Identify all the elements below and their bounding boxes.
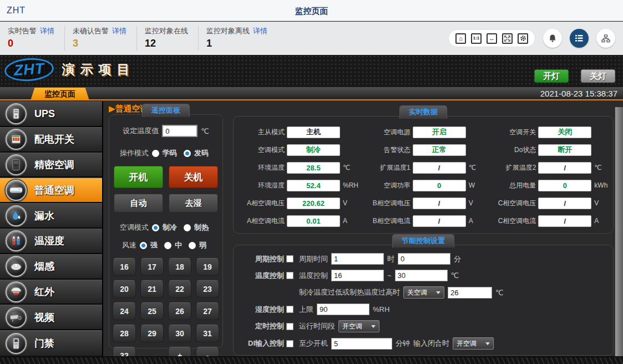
sidebar-item-normal-ac[interactable]: 普通空调 — [0, 178, 102, 203]
temperature-keypad: 16 17 18 19 20 21 22 23 24 25 26 27 28 2… — [109, 258, 222, 364]
radio-fan-high[interactable] — [140, 242, 147, 249]
temp-key[interactable]: 18 — [168, 258, 191, 276]
humidity-control-checkbox[interactable] — [286, 306, 293, 313]
sidebar-item-door-access[interactable]: 门禁 — [0, 330, 102, 356]
tilde-separator: ~ — [387, 271, 392, 280]
realtime-col-1: 主从模式主机 空调模式制冷 环境温度28.5℃ 环境湿度52.4%RH A相空调… — [234, 123, 359, 230]
one-to-one-icon[interactable]: 1:1 — [471, 33, 482, 44]
temp-key[interactable]: 26 — [168, 302, 191, 320]
tab-monitor-page[interactable]: 监控页面 — [31, 88, 89, 100]
main-header: ZHT 演示项目 开灯 关灯 — [0, 55, 623, 87]
di-input-control-checkbox[interactable] — [286, 340, 293, 347]
sidebar-item-precision-ac[interactable]: 精密空调 — [0, 153, 102, 178]
radio-heat[interactable] — [184, 224, 191, 231]
rt-value: 52.4 — [287, 180, 340, 191]
temp-low-input[interactable] — [331, 270, 384, 281]
sidebar-item-water-leak[interactable]: 漏水 — [0, 203, 102, 229]
run-period-select[interactable]: 开空调 — [338, 320, 379, 332]
radio-cool[interactable] — [152, 224, 159, 231]
rt-value: 220.62 — [287, 198, 340, 209]
rt-value: 0 — [413, 180, 466, 191]
timer-control-checkbox[interactable] — [286, 323, 293, 330]
settings-gear-icon[interactable] — [518, 33, 528, 44]
temp-key[interactable]: 24 — [113, 302, 136, 320]
cycle-control-checkbox[interactable] — [286, 255, 293, 262]
stats-bar: 实时告警详情 0 未确认告警详情 3 监控对象在线 12 监控对象离线详情 1 … — [0, 22, 623, 55]
power-off-button[interactable]: 关机 — [169, 166, 218, 188]
stat-objects-online: 监控对象在线 12 — [137, 26, 199, 50]
bottom-texture-strip — [0, 356, 623, 364]
bell-icon[interactable] — [543, 29, 562, 48]
temp-key[interactable]: 29 — [140, 325, 164, 342]
fullscreen-icon[interactable] — [502, 33, 513, 44]
temp-range-unit: ℃ — [451, 271, 459, 280]
infrared-sensor-icon — [6, 281, 27, 302]
auto-button[interactable]: 自动 — [114, 194, 163, 213]
op-mode-label: 操作模式 — [120, 148, 149, 158]
overtemp-value-input[interactable] — [448, 287, 492, 299]
dehumidify-button[interactable]: 去湿 — [169, 194, 218, 213]
topology-icon[interactable] — [596, 29, 615, 48]
min-runtime-input[interactable] — [331, 338, 392, 350]
rt-value: / — [413, 198, 466, 209]
rt-value: 正常 — [413, 144, 466, 156]
thermometer-icon — [6, 230, 27, 251]
cycle-minute-input[interactable] — [398, 253, 450, 265]
stat-value: 12 — [145, 38, 188, 49]
temp-control-label: 温度控制 — [255, 271, 284, 281]
light-on-button[interactable]: 开灯 — [534, 69, 569, 83]
cycle-hour-input[interactable] — [331, 253, 384, 265]
sidebar-item-infrared[interactable]: 红外 — [0, 280, 102, 305]
vertical-scrollbar[interactable] — [615, 107, 623, 356]
temp-key[interactable]: 22 — [168, 280, 191, 298]
rt-value: 制冷 — [287, 144, 340, 156]
overtemp-action-select[interactable]: 关空调 — [403, 286, 444, 299]
set-temp-input[interactable] — [162, 125, 197, 137]
rt-field: 告警状态正常 — [359, 141, 485, 159]
fit-width-icon[interactable]: ↔ — [487, 33, 497, 44]
detail-link[interactable]: 详情 — [40, 27, 54, 35]
radio-learn-code[interactable] — [152, 150, 159, 157]
home-icon[interactable]: ⌂ — [455, 33, 466, 44]
device-list-icon[interactable] — [570, 29, 589, 48]
rt-field: A相空调电流0.01A — [234, 212, 359, 230]
set-temp-unit: ℃ — [201, 127, 209, 135]
humidity-upper-input[interactable] — [317, 304, 369, 315]
sidebar-item-video[interactable]: 视频 — [0, 305, 102, 330]
radio-fan-mid[interactable] — [164, 242, 171, 249]
temp-control-checkbox[interactable] — [286, 272, 293, 279]
rt-field: 总用电量0kWh — [485, 176, 611, 194]
radio-fan-low[interactable] — [189, 242, 196, 249]
radio-send-code[interactable] — [184, 150, 191, 157]
sidebar-item-label: 温湿度 — [34, 234, 64, 247]
temp-key[interactable]: 21 — [140, 280, 164, 298]
temp-key[interactable]: 25 — [140, 302, 164, 320]
temp-key[interactable]: 19 — [196, 258, 219, 276]
temp-key[interactable]: 31 — [196, 325, 219, 342]
temp-key[interactable]: 20 — [113, 280, 136, 298]
temp-key[interactable]: 23 — [196, 280, 219, 298]
temp-key[interactable]: 17 — [140, 258, 164, 276]
sidebar-item-power-switch[interactable]: 配电开关 — [0, 127, 102, 153]
temp-key[interactable]: 16 — [113, 258, 136, 276]
temp-key[interactable]: 30 — [168, 325, 191, 342]
realtime-panel-tab: 实时数据 — [399, 105, 447, 119]
temp-key[interactable]: 27 — [196, 302, 219, 320]
input-closed-action-select[interactable]: 开空调 — [453, 337, 494, 350]
sidebar-item-smoke[interactable]: 烟感 — [0, 254, 102, 280]
sidebar-item-label: 红外 — [34, 285, 54, 299]
radio-fan-mid-label: 中 — [175, 240, 182, 250]
temp-high-input[interactable] — [395, 270, 448, 281]
rt-field: 主从模式主机 — [234, 123, 359, 141]
set-temp-label: 设定温度值 — [123, 126, 159, 136]
sidebar-item-ups[interactable]: UPS — [0, 102, 102, 127]
detail-link[interactable]: 详情 — [253, 27, 267, 35]
sidebar-item-temp-humidity[interactable]: 温湿度 — [0, 229, 102, 254]
light-off-button[interactable]: 关灯 — [581, 69, 615, 83]
radio-fan-high-label: 强 — [150, 240, 158, 250]
camera-icon — [6, 307, 27, 328]
detail-link[interactable]: 详情 — [112, 27, 126, 35]
fan-speed-label: 风速 — [122, 240, 136, 250]
temp-key[interactable]: 28 — [113, 325, 136, 342]
power-on-button[interactable]: 开机 — [114, 166, 163, 188]
